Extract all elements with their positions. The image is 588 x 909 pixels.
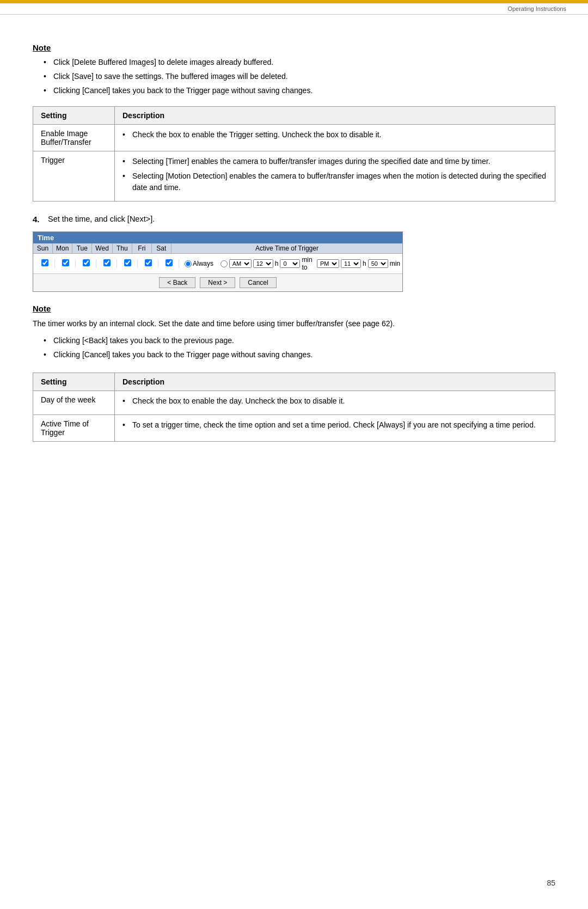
page-number: 85	[547, 879, 555, 887]
note2-bullet-2: Clicking [Cancel] takes you back to the …	[44, 349, 555, 361]
time-widget-buttons: < Back Next > Cancel	[33, 273, 402, 291]
table-row: Enable Image Buffer/Transfer Check the b…	[33, 125, 555, 151]
table1-row2-setting: Trigger	[33, 151, 115, 202]
header-label: Operating Instructions	[507, 5, 566, 12]
day-checkbox-tue[interactable]	[77, 259, 96, 268]
checkbox-wed[interactable]	[103, 259, 111, 266]
checkbox-mon[interactable]	[62, 259, 69, 266]
end-ampm-select[interactable]: AM PM	[317, 259, 339, 268]
table2-col2-header: Description	[115, 373, 555, 391]
h-label-2: h	[363, 260, 366, 267]
note2-bullet-1: Clicking [<Back] takes you back to the p…	[44, 335, 555, 346]
start-hour-select[interactable]: 12 1234 5678 91011	[253, 259, 273, 268]
time-widget: Time Sun Mon Tue Wed Thu Fri Sat Active …	[33, 231, 403, 292]
note2-title: Note	[33, 304, 555, 313]
note2-intro: The timer works by an internal clock. Se…	[33, 318, 555, 330]
step4-number: 4.	[33, 215, 44, 224]
content: Note Click [Delete Buffered Images] to d…	[0, 15, 588, 487]
day-header-sun: Sun	[33, 243, 53, 253]
table2-row2-desc-1: To set a trigger time, check the time op…	[122, 419, 547, 431]
cancel-button[interactable]: Cancel	[240, 277, 276, 288]
note1-bullets: Click [Delete Buffered Images] to delete…	[44, 57, 555, 96]
table1-row2-desc-2: Selecting [Motion Detection] enables the…	[122, 170, 547, 193]
table1-col1-header: Setting	[33, 107, 115, 125]
end-min-select[interactable]: 051015 20253035 40455055	[368, 259, 388, 268]
table-row: Trigger Selecting [Timer] enables the ca…	[33, 151, 555, 202]
checkbox-sat[interactable]	[166, 259, 173, 266]
settings-table-2: Setting Description Day of the week Chec…	[33, 373, 555, 442]
next-button[interactable]: Next >	[200, 277, 235, 288]
time-widget-title: Time	[33, 232, 402, 243]
table-row: Day of the week Check the box to enable …	[33, 391, 555, 415]
time-range-radio-label[interactable]	[220, 260, 228, 267]
note1-section: Note Click [Delete Buffered Images] to d…	[33, 43, 555, 96]
day-checkbox-mon[interactable]	[56, 259, 76, 268]
day-checkbox-sun[interactable]	[35, 259, 55, 268]
note1-title: Note	[33, 43, 555, 52]
table1-row1-desc: Check the box to enable the Trigger sett…	[115, 125, 555, 151]
table1-col2-header: Description	[115, 107, 555, 125]
table2-row1-setting: Day of the week	[33, 391, 115, 415]
day-headers: Sun Mon Tue Wed Thu Fri Sat	[33, 243, 171, 253]
checkbox-tue[interactable]	[83, 259, 90, 266]
checkbox-fri[interactable]	[145, 259, 152, 266]
header-line: Operating Instructions	[0, 3, 588, 15]
min-label-1: min to	[302, 256, 315, 271]
end-hour-select[interactable]: 12 1234 5678 91011	[341, 259, 361, 268]
active-time-header: Active Time of Trigger	[171, 243, 402, 253]
table1-row1-desc-1: Check the box to enable the Trigger sett…	[122, 129, 547, 141]
day-header-wed: Wed	[92, 243, 112, 253]
day-checkbox-fri[interactable]	[139, 259, 158, 268]
day-checkbox-wed[interactable]	[97, 259, 117, 268]
checkbox-sun[interactable]	[41, 259, 48, 266]
day-checkbox-sat[interactable]	[160, 259, 179, 268]
always-label: Always	[193, 260, 213, 267]
note2-bullets: Clicking [<Back] takes you back to the p…	[44, 335, 555, 361]
table2-row2-desc: To set a trigger time, check the time op…	[115, 415, 555, 442]
min-label-2: min	[390, 260, 400, 267]
settings-table-1: Setting Description Enable Image Buffer/…	[33, 106, 555, 202]
table2-col1-header: Setting	[33, 373, 115, 391]
table2-row1-desc-1: Check the box to enable the day. Uncheck…	[122, 395, 547, 407]
note1-bullet-3: Clicking [Cancel] takes you back to the …	[44, 85, 555, 96]
note1-bullet-2: Click [Save] to save the settings. The b…	[44, 71, 555, 82]
day-header-thu: Thu	[113, 243, 132, 253]
table1-row2-desc: Selecting [Timer] enables the camera to …	[115, 151, 555, 202]
start-min-select[interactable]: 051015 20253035 40455055	[280, 259, 300, 268]
time-controls: Always AM PM 12 1234 5678 91011 h	[180, 256, 400, 271]
day-header-mon: Mon	[53, 243, 72, 253]
table1-row2-desc-1: Selecting [Timer] enables the camera to …	[122, 156, 547, 167]
table1-row1-setting: Enable Image Buffer/Transfer	[33, 125, 115, 151]
time-widget-header-row: Sun Mon Tue Wed Thu Fri Sat Active Time …	[33, 243, 402, 254]
always-radio[interactable]	[185, 260, 192, 267]
step4-text: Set the time, and click [Next>].	[48, 215, 155, 223]
checkbox-thu[interactable]	[124, 259, 131, 266]
note1-bullet-1: Click [Delete Buffered Images] to delete…	[44, 57, 555, 68]
table2-row2-setting: Active Time of Trigger	[33, 415, 115, 442]
h-label-1: h	[275, 260, 279, 267]
day-header-tue: Tue	[72, 243, 92, 253]
start-ampm-select[interactable]: AM PM	[229, 259, 252, 268]
table-row: Active Time of Trigger To set a trigger …	[33, 415, 555, 442]
step4: 4. Set the time, and click [Next>].	[33, 215, 555, 224]
day-checkbox-thu[interactable]	[118, 259, 138, 268]
always-radio-label[interactable]: Always	[185, 260, 213, 267]
time-widget-data-row: Always AM PM 12 1234 5678 91011 h	[33, 254, 402, 273]
time-range-radio[interactable]	[220, 260, 228, 267]
table2-row1-desc: Check the box to enable the day. Uncheck…	[115, 391, 555, 415]
back-button[interactable]: < Back	[159, 277, 195, 288]
note2-section: Note The timer works by an internal cloc…	[33, 304, 555, 361]
day-header-sat: Sat	[152, 243, 171, 253]
day-header-fri: Fri	[132, 243, 152, 253]
